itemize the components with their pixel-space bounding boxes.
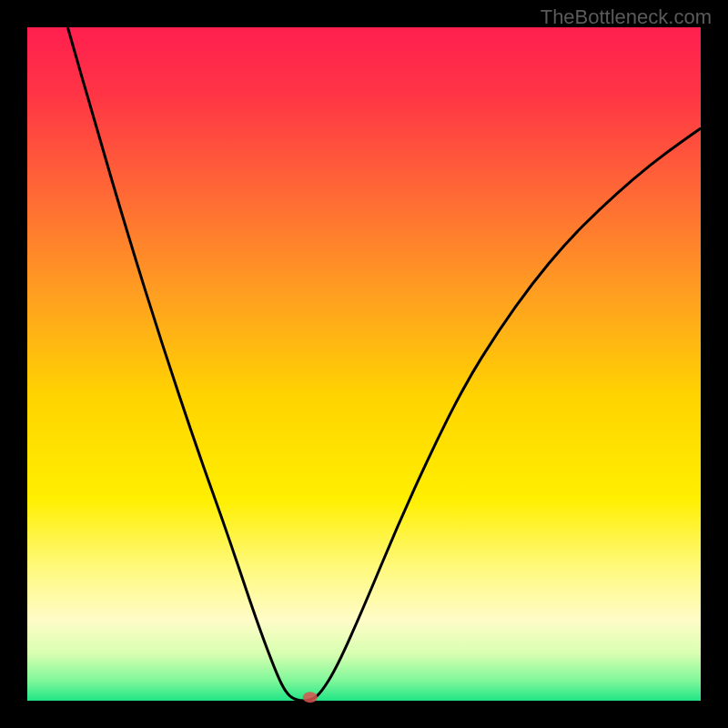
watermark-text: TheBottleneck.com	[541, 5, 712, 29]
bottleneck-chart: TheBottleneck.com	[0, 0, 728, 728]
optimal-point-marker	[303, 692, 318, 703]
chart-svg	[0, 0, 728, 728]
plot-area	[27, 27, 701, 701]
